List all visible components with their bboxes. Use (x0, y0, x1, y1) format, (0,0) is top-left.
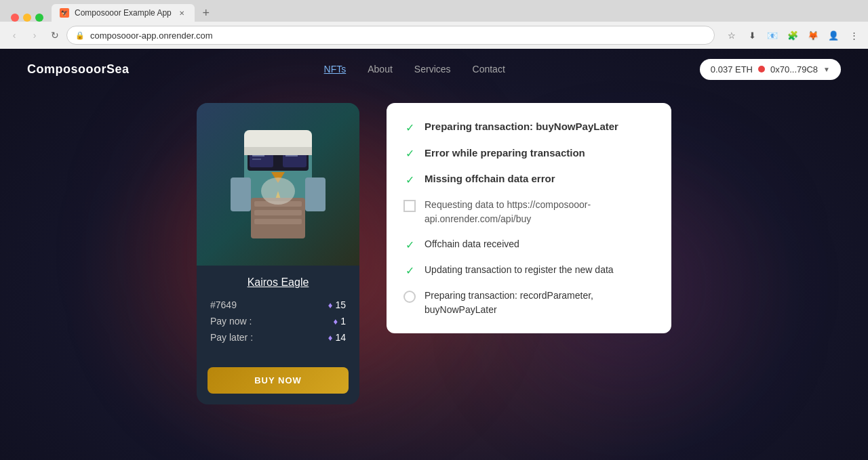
tx-text-4: Requesting data to https://composooor-ap… (425, 198, 655, 226)
pay-now-price: ♦ 1 (334, 316, 346, 327)
eth-diamond-icon-2: ♦ (334, 316, 338, 327)
minimize-window-btn[interactable] (23, 14, 31, 22)
ext1-btn[interactable]: 📧 (764, 26, 781, 44)
tx-text-6: Updating transaction to register the new… (425, 263, 614, 277)
svg-rect-9 (244, 147, 312, 155)
forward-btn[interactable]: › (26, 26, 43, 44)
nft-card: Kairos Eagle #7649 ♦ 15 Pay now : ♦ 1 (197, 103, 359, 404)
svg-rect-17 (254, 219, 302, 224)
url-bar[interactable]: 🔒 composooor-app.onrender.com (66, 26, 715, 45)
pay-later-price: ♦ 14 (328, 332, 346, 343)
chevron-down-icon: ▼ (823, 66, 830, 73)
nft-id: #7649 (210, 299, 237, 310)
close-window-btn[interactable] (11, 14, 19, 22)
checkmark-icon-2: ✓ (406, 147, 414, 160)
checkmark-icon-5: ✓ (406, 238, 414, 251)
tx-text-7: Preparing transaction: recordParameter, … (425, 289, 655, 317)
wallet-button[interactable]: 0.037 ETH 0x70...79C8 ▼ (700, 59, 841, 80)
main-content: Kairos Eagle #7649 ♦ 15 Pay now : ♦ 1 (0, 89, 868, 418)
svg-point-18 (261, 177, 295, 205)
tx-item-1: ✓ Preparing transaction: buyNowPayLater (403, 119, 655, 135)
check-placeholder-4 (403, 199, 416, 213)
checkmark-icon-3: ✓ (406, 173, 414, 186)
eth-diamond-icon-3: ♦ (328, 333, 333, 343)
tx-item-3: ✓ Missing offchain data error (403, 171, 655, 187)
pay-later-row: Pay later : ♦ 14 (210, 329, 346, 346)
nav-link-contact[interactable]: Contact (473, 64, 505, 75)
nft-id-row: #7649 ♦ 15 (210, 297, 346, 313)
eagle-pixel-art (224, 123, 332, 245)
checkmark-icon: ✓ (406, 121, 414, 134)
tx-text-1: Preparing transaction: buyNowPayLater (425, 119, 618, 135)
nft-total-price: ♦ 15 (328, 299, 346, 310)
eth-diamond-icon: ♦ (328, 300, 333, 310)
profile-btn[interactable]: 👤 (825, 26, 842, 44)
bookmark-btn[interactable]: ☆ (723, 26, 741, 44)
app-content: ComposooorSea NFTs About Services Contac… (0, 49, 868, 460)
tx-item-6: ✓ Updating transaction to register the n… (403, 263, 655, 278)
tx-text-3: Missing offchain data error (425, 171, 555, 187)
tx-item-7: Preparing transaction: recordParameter, … (403, 289, 655, 317)
pay-now-row: Pay now : ♦ 1 (210, 313, 346, 329)
logo: ComposooorSea (27, 62, 130, 77)
tx-text-5: Offchain data received (425, 237, 519, 251)
url-text: composooor-app.onrender.com (90, 30, 213, 41)
pay-later-label: Pay later : (210, 332, 253, 343)
svg-rect-12 (231, 177, 251, 211)
browser-chrome: 🦅 Composooor Example App ✕ + ‹ › ↻ 🔒 com… (0, 0, 868, 49)
tab-close-btn[interactable]: ✕ (177, 8, 186, 18)
tx-item-5: ✓ Offchain data received (403, 237, 655, 252)
tx-text-2: Error while preparing transaction (425, 146, 585, 161)
reload-btn[interactable]: ↻ (46, 26, 64, 44)
maximize-window-btn[interactable] (35, 14, 43, 22)
buy-now-button[interactable]: BUY NOW (208, 367, 349, 394)
svg-rect-16 (254, 210, 302, 215)
tab-favicon: 🦅 (60, 8, 69, 18)
check-icon-2: ✓ (403, 147, 416, 161)
wallet-balance: 0.037 ETH (711, 64, 753, 75)
ext3-btn[interactable]: 🦊 (804, 26, 822, 44)
checkmark-icon-6: ✓ (406, 264, 414, 277)
check-icon-1: ✓ (403, 121, 416, 134)
wallet-address: 0x70...79C8 (770, 64, 818, 75)
check-placeholder-7 (403, 290, 416, 304)
download-btn[interactable]: ⬇ (743, 26, 761, 44)
nav-link-nfts[interactable]: NFTs (324, 64, 347, 75)
check-icon-5: ✓ (403, 238, 416, 252)
nav-link-about[interactable]: About (368, 64, 393, 75)
check-icon-6: ✓ (403, 264, 416, 278)
wallet-status-dot (758, 66, 765, 72)
main-nav: ComposooorSea NFTs About Services Contac… (0, 49, 868, 89)
check-icon-3: ✓ (403, 173, 416, 186)
tx-panel: ✓ Preparing transaction: buyNowPayLater … (387, 103, 671, 333)
menu-btn[interactable]: ⋮ (845, 26, 863, 44)
address-bar-row: ‹ › ↻ 🔒 composooor-app.onrender.com ☆ ⬇ … (0, 22, 868, 49)
nav-links: NFTs About Services Contact (324, 64, 505, 75)
new-tab-btn[interactable]: + (197, 4, 215, 22)
tab-title: Composooor Example App (75, 8, 172, 18)
back-btn[interactable]: ‹ (5, 26, 23, 44)
active-tab[interactable]: 🦅 Composooor Example App ✕ (52, 4, 195, 22)
nft-info: Kairos Eagle #7649 ♦ 15 Pay now : ♦ 1 (197, 266, 359, 356)
svg-rect-4 (273, 157, 283, 161)
tx-item-2: ✓ Error while preparing transaction (403, 146, 655, 161)
tx-item-4: Requesting data to https://composooor-ap… (403, 198, 655, 226)
nft-image (197, 103, 359, 266)
nav-link-services[interactable]: Services (414, 64, 451, 75)
nft-name[interactable]: Kairos Eagle (210, 276, 346, 289)
ext2-btn[interactable]: 🧩 (784, 26, 802, 44)
pay-now-label: Pay now : (210, 316, 252, 327)
lock-icon: 🔒 (75, 31, 85, 40)
browser-extensions: ☆ ⬇ 📧 🧩 🦊 👤 ⋮ (723, 26, 863, 44)
svg-rect-13 (305, 177, 326, 211)
